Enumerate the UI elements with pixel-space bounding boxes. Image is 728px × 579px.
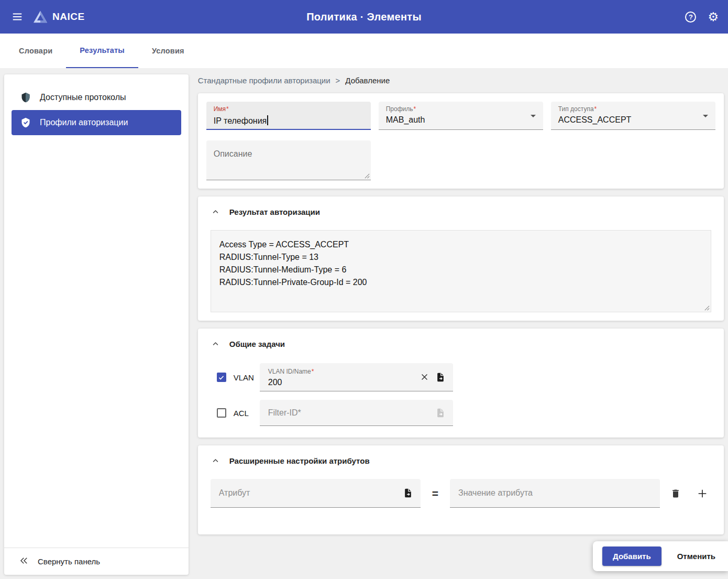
name-field-value: IP телефония	[214, 116, 267, 125]
auth-result-content: Access Type = ACCESS_ACCEPT RADIUS:Tunne…	[219, 238, 702, 289]
equals-sign: =	[432, 487, 438, 500]
tab-dictionaries[interactable]: Словари	[5, 34, 66, 68]
clear-vlan-button[interactable]	[417, 369, 432, 385]
chevron-down-icon	[531, 115, 536, 117]
vlan-dictionary-paste-button[interactable]	[432, 369, 449, 386]
collapse-common-tasks-button[interactable]	[211, 339, 220, 349]
resize-handle-icon[interactable]	[704, 305, 710, 311]
collapse-advanced-button[interactable]	[211, 456, 220, 466]
sidebar-item-auth-profiles[interactable]: Профили авторизации	[12, 110, 181, 135]
text-cursor	[267, 115, 268, 125]
chevron-up-icon	[212, 457, 219, 465]
main-content: Стандартные профили авторизации > Добавл…	[198, 74, 724, 575]
shield-icon	[20, 92, 31, 103]
name-field-label: Имя	[214, 105, 226, 113]
submit-button[interactable]: Добавить	[602, 547, 661, 566]
attribute-value-input[interactable]	[458, 488, 656, 498]
profile-select-label: Профиль	[386, 105, 413, 113]
vlan-checkbox[interactable]	[217, 373, 226, 382]
description-textarea[interactable]: Описание	[206, 140, 371, 180]
check-icon	[218, 374, 225, 381]
tab-bar: Словари Результаты Условия	[0, 34, 728, 68]
chevron-up-icon	[212, 208, 219, 216]
paste-icon	[435, 372, 446, 383]
trash-icon	[670, 488, 681, 499]
tab-conditions[interactable]: Условия	[138, 34, 198, 68]
resize-handle-icon[interactable]	[364, 173, 370, 179]
required-asterisk: *	[226, 105, 229, 113]
collapse-panel-label: Свернуть панель	[38, 557, 100, 566]
sidebar-item-label: Профили авторизации	[40, 118, 128, 127]
profile-form-card: Имя* IP телефония Профиль* MAB_auth Тип …	[198, 93, 724, 189]
attribute-field[interactable]	[211, 479, 421, 508]
auth-result-textarea[interactable]: Access Type = ACCESS_ACCEPT RADIUS:Tunne…	[211, 230, 711, 312]
collapse-auth-result-button[interactable]	[211, 207, 220, 217]
menu-icon	[12, 11, 23, 23]
acl-label: ACL	[234, 409, 260, 418]
attribute-value-field[interactable]	[450, 479, 660, 508]
profile-select-value: MAB_auth	[386, 115, 536, 125]
common-tasks-section: Общие задачи VLAN VLAN ID/Name* 200	[198, 329, 724, 438]
description-label: Описание	[214, 149, 363, 159]
paste-icon-disabled	[435, 408, 446, 418]
chevron-up-icon	[212, 340, 219, 348]
help-button[interactable]: ?	[685, 12, 696, 23]
chevron-down-icon	[703, 115, 708, 117]
app-logo-icon	[32, 10, 48, 24]
double-chevron-left-icon	[19, 556, 29, 567]
section-title: Результат авторизации	[229, 207, 320, 216]
shield-check-icon	[20, 117, 31, 128]
add-attribute-button[interactable]	[693, 485, 711, 502]
menu-button[interactable]	[8, 8, 26, 26]
breadcrumb: Стандартные профили авторизации > Добавл…	[198, 75, 724, 86]
section-title: Общие задачи	[229, 340, 285, 348]
vlan-id-field[interactable]: VLAN ID/Name* 200	[260, 363, 453, 391]
sidebar-item-label: Доступные протоколы	[40, 93, 126, 102]
filter-id-input[interactable]	[268, 408, 432, 418]
access-type-select[interactable]: Тип доступа* ACCESS_ACCEPT	[551, 102, 715, 130]
close-icon	[420, 373, 429, 381]
help-icon: ?	[685, 12, 696, 23]
required-asterisk: *	[414, 105, 416, 113]
advanced-attributes-section: Расширенные настройки атрибутов	[198, 445, 724, 534]
vlan-task-row: VLAN VLAN ID/Name* 200	[211, 363, 711, 391]
filter-id-field[interactable]	[260, 400, 453, 426]
attribute-row: =	[211, 479, 711, 508]
name-field[interactable]: Имя* IP телефония	[206, 102, 371, 130]
delete-attribute-button[interactable]	[667, 485, 684, 502]
plus-icon	[697, 488, 708, 499]
access-type-select-value: ACCESS_ACCEPT	[558, 115, 708, 125]
auth-result-section: Результат авторизации Access Type = ACCE…	[198, 196, 724, 321]
vlan-label: VLAN	[234, 373, 260, 382]
acl-dictionary-paste-button	[432, 405, 449, 421]
section-title: Расширенные настройки атрибутов	[229, 456, 370, 465]
attribute-input[interactable]	[219, 488, 400, 498]
acl-task-row: ACL	[211, 400, 711, 426]
sidebar-item-protocols[interactable]: Доступные протоколы	[12, 85, 181, 110]
sidebar: Доступные протоколы Профили авторизации …	[4, 74, 189, 575]
app-bar: NAICE Политика · Элементы ? ⚙	[0, 0, 728, 34]
vlan-id-value: 200	[268, 378, 417, 387]
profile-select[interactable]: Профиль* MAB_auth	[379, 102, 543, 130]
page-title: Политика · Элементы	[306, 11, 422, 23]
settings-button[interactable]: ⚙	[708, 11, 719, 23]
brand-name: NAICE	[52, 11, 85, 23]
required-asterisk: *	[312, 368, 314, 375]
collapse-panel-button[interactable]: Свернуть панель	[4, 548, 189, 575]
tab-results[interactable]: Результаты	[66, 34, 138, 68]
vlan-field-label: VLAN ID/Name	[268, 368, 311, 375]
attribute-dictionary-paste-button[interactable]	[400, 485, 416, 501]
breadcrumb-current: Добавление	[345, 75, 390, 86]
required-asterisk: *	[594, 105, 597, 113]
breadcrumb-parent-link[interactable]: Стандартные профили авторизации	[198, 75, 330, 86]
cancel-button[interactable]: Отменить	[675, 547, 718, 566]
breadcrumb-separator: >	[336, 75, 340, 86]
paste-icon	[403, 488, 413, 498]
acl-checkbox[interactable]	[217, 408, 226, 418]
form-actions: Добавить Отменить	[593, 541, 728, 571]
gear-icon: ⚙	[708, 10, 719, 24]
access-type-select-label: Тип доступа	[558, 105, 594, 113]
